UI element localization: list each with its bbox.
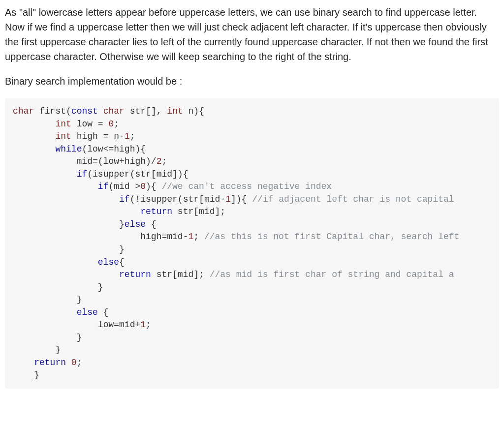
code-token: high = n-	[71, 131, 125, 141]
code-token	[13, 358, 34, 367]
code-token	[13, 307, 77, 317]
code-token	[13, 207, 140, 216]
code-token: }	[13, 245, 125, 254]
code-token: char	[98, 106, 125, 116]
code-comment: //as this is not first Capital char, sea…	[204, 232, 459, 242]
code-token: int	[55, 119, 71, 129]
code-token: {	[146, 219, 157, 229]
code-token: n){	[183, 106, 204, 116]
code-token: int	[55, 131, 71, 141]
code-token: 1	[125, 131, 130, 141]
code-token: if	[119, 194, 130, 204]
code-token: const	[71, 106, 98, 116]
code-token: return	[34, 358, 66, 367]
code-token: (!isupper(str[mid-	[130, 194, 225, 204]
code-token	[13, 131, 55, 141]
code-token	[66, 358, 71, 367]
code-token: ;	[77, 358, 82, 367]
code-token	[13, 194, 119, 204]
code-token: ;	[146, 320, 151, 330]
code-token	[13, 257, 98, 267]
code-token: ;	[130, 131, 135, 141]
code-token: int	[167, 106, 183, 116]
code-token: }	[13, 333, 82, 342]
code-token: return	[140, 207, 172, 216]
code-token: ]){	[231, 194, 252, 204]
code-token: 0	[71, 358, 77, 367]
code-token: if	[77, 169, 88, 179]
code-token: high=mid-	[13, 232, 188, 242]
code-token: ;	[193, 232, 204, 242]
code-token: }	[13, 370, 39, 380]
code-token: (low<=high){	[82, 144, 146, 154]
code-token: }	[13, 282, 103, 292]
code-comment: //as mid is first char of string and cap…	[210, 270, 454, 279]
code-token: low=mid+	[13, 320, 140, 330]
code-token: ;	[114, 119, 119, 129]
explanation-paragraph-1: As "all" lowercase letters appear before…	[5, 5, 499, 64]
code-token: mid=(low+high)/	[13, 156, 157, 166]
code-token	[13, 182, 98, 191]
code-token: 1	[188, 232, 193, 242]
code-token: (isupper(str[mid]){	[87, 169, 188, 179]
code-token: {	[98, 307, 109, 317]
code-token: return	[119, 270, 151, 279]
code-token: str[mid];	[172, 207, 225, 216]
code-comment: //if adjacent left char is not capital	[252, 194, 454, 204]
code-comment: //we can't access negative index	[161, 182, 332, 191]
code-token: 1	[140, 320, 146, 330]
code-token: }	[13, 295, 82, 305]
code-token: if	[98, 182, 109, 191]
code-token: ;	[161, 156, 167, 166]
code-token: }	[13, 219, 125, 229]
code-token: (mid >	[108, 182, 140, 191]
code-token: first(	[34, 106, 71, 116]
code-token: low =	[71, 119, 109, 129]
code-token: else	[125, 219, 146, 229]
code-token: 0	[108, 119, 114, 129]
code-token: {	[119, 257, 125, 267]
code-token	[13, 144, 55, 154]
code-token: }	[13, 345, 61, 355]
explanation-paragraph-2: Binary search implementation would be :	[5, 74, 499, 89]
code-token: else	[98, 257, 119, 267]
code-token: str[],	[125, 106, 167, 116]
code-token: while	[55, 144, 82, 154]
code-block: char first(const char str[], int n){ int…	[5, 98, 499, 389]
code-token: char	[13, 106, 34, 116]
code-token: ){	[146, 182, 161, 191]
code-token: str[mid];	[151, 270, 210, 279]
code-token: else	[77, 307, 98, 317]
code-token	[13, 119, 55, 129]
code-token: 2	[157, 156, 162, 166]
code-token: 0	[140, 182, 146, 191]
code-token: 1	[225, 194, 231, 204]
code-token	[13, 270, 119, 279]
code-token	[13, 169, 77, 179]
